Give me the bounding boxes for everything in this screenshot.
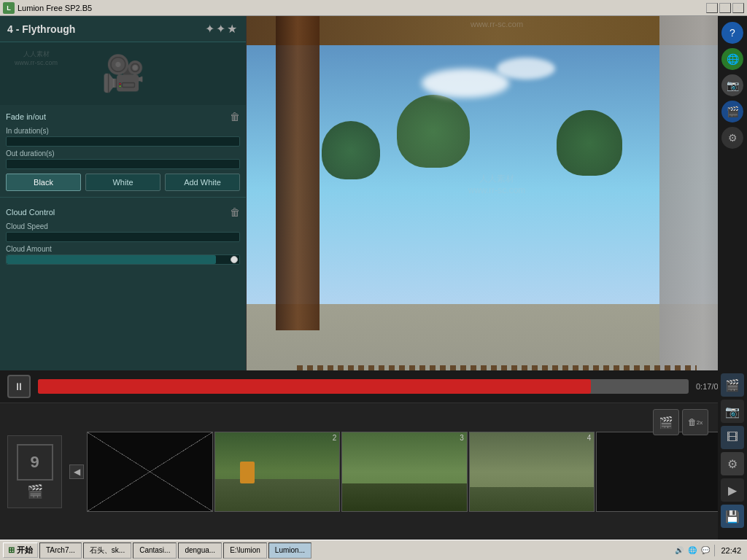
start-button[interactable]: ⊞ 开始 [3, 542, 38, 558]
cloud-amount-slider[interactable] [6, 254, 240, 265]
filmstrip-area: 9 🎬 ◀ 2 3 4 [0, 403, 747, 540]
clip-num-4: 4 [587, 434, 592, 442]
taskbar-app-1-label: 石头、sk... [90, 545, 125, 556]
in-duration-row: In duration(s) [6, 127, 240, 147]
tray-icon-2: 🌐 [686, 545, 698, 556]
fade-section: Fade in/out 🗑 In duration(s) Out duratio… [0, 105, 246, 198]
close-button[interactable]: × [732, 3, 744, 13]
play-button-icon[interactable]: ▶ [721, 478, 744, 502]
fade-delete-icon[interactable]: 🗑 [230, 111, 240, 122]
in-duration-slider[interactable] [6, 136, 240, 147]
minimize-button[interactable]: _ [706, 3, 718, 13]
add-clip-button[interactable]: 🎬 [653, 409, 679, 435]
gear-settings-icon[interactable]: ⚙ [721, 127, 743, 149]
black-button[interactable]: Black [6, 174, 81, 191]
scene-9-display: 9 [17, 444, 53, 481]
taskbar-app-3[interactable]: dengua... [178, 542, 222, 559]
clip-thumb-4[interactable]: 4 [469, 432, 595, 512]
cloud-header: Cloud Control 🗑 [6, 206, 240, 218]
taskbar-right: 🔊 🌐 💬 22:42 [673, 545, 744, 556]
cloud-amount-row: Cloud Amount [6, 245, 240, 265]
save-disk-icon[interactable]: 💾 [721, 505, 744, 528]
taskbar-app-2[interactable]: Cantasi... [133, 542, 177, 559]
clip-thumb-1[interactable] [87, 432, 213, 512]
tree-left [322, 121, 380, 179]
tree-center [397, 95, 470, 168]
app-icon: L [3, 2, 15, 14]
timeline-bar: ⏸ 0:17/0:20 [0, 370, 747, 403]
fade-buttons: Black White Add White [6, 174, 240, 191]
pause-icon: ⏸ [14, 381, 24, 392]
start-icon: ⊞ [8, 545, 15, 555]
film-strip-icon[interactable]: 🎞 [721, 426, 744, 449]
clip-num-2: 2 [333, 434, 337, 442]
fade-header: Fade in/out 🗑 [6, 111, 240, 122]
film-reel-icon: 🎥 [101, 53, 145, 94]
maximize-button[interactable]: □ [719, 3, 731, 13]
cloud-delete-icon[interactable]: 🗑 [230, 206, 240, 218]
cloud-speed-slider[interactable] [6, 232, 240, 242]
scene-board-icon[interactable]: 🎬 [721, 373, 744, 397]
panel-title: 4 - Flythrough [7, 23, 75, 35]
cloud-speed-row: Cloud Speed [6, 222, 240, 242]
in-duration-label: In duration(s) [6, 127, 240, 135]
taskbar-app-0-label: TArch7... [46, 546, 75, 554]
prev-button[interactable]: ◀ [69, 464, 84, 479]
taskbar-app-0[interactable]: TArch7... [39, 542, 82, 559]
title-bar-text: Lumion Free SP2.B5 [18, 4, 706, 12]
clip-actions: 🎬 🗑2x [647, 403, 714, 441]
film-icon-area: 🎥 人人素材www.rr-sc.com [0, 42, 246, 105]
white-button[interactable]: White [85, 174, 160, 191]
panel-stars: ✦✦★ [205, 22, 239, 36]
title-bar: L Lumion Free SP2.B5 _ □ × [0, 0, 747, 16]
camera-icon[interactable]: 📷 [721, 400, 744, 423]
scene-9-number: 9 [30, 453, 39, 472]
system-clock: 22:42 [718, 546, 744, 555]
clip-thumb-3[interactable]: 3 [341, 432, 468, 512]
taskbar: ⊞ 开始 TArch7... 石头、sk... Cantasi... dengu… [0, 540, 747, 560]
taskbar-app-4[interactable]: E:\lumion [223, 542, 267, 559]
out-duration-row: Out duration(s) [6, 149, 240, 169]
camera-photo-icon[interactable]: 📷 [721, 74, 743, 96]
clips-container: 2 3 4 [87, 432, 722, 512]
play-pause-button[interactable]: ⏸ [7, 375, 31, 398]
scene-stand-icon: 🎬 [27, 483, 43, 499]
scene-9-thumbnail: 9 🎬 [7, 435, 62, 508]
taskbar-app-1[interactable]: 石头、sk... [83, 542, 131, 559]
bottom-area: ⏸ 0:17/0:20 9 🎬 ◀ 2 [0, 370, 747, 540]
delete-clip-button[interactable]: 🗑2x [682, 409, 708, 435]
tray-divider [714, 545, 715, 556]
help-icon[interactable]: ? [721, 22, 743, 44]
video-film-icon[interactable]: 🎬 [721, 101, 743, 122]
taskbar-app-3-label: dengua... [185, 546, 215, 554]
pergola-post-left [276, 16, 320, 330]
clip-thumb-5[interactable] [596, 432, 722, 512]
tree-right [557, 110, 622, 176]
cloud-section: Cloud Control 🗑 Cloud Speed Cloud Amount [0, 201, 246, 273]
taskbar-app-5-label: Lumion... [275, 546, 305, 554]
cloud-1 [422, 69, 509, 98]
clip-num-3: 3 [460, 434, 464, 442]
cloud-speed-label: Cloud Speed [6, 222, 240, 230]
settings-gear-icon[interactable]: ⚙ [721, 452, 744, 475]
globe-icon[interactable]: 🌐 [721, 48, 743, 70]
taskbar-app-2-label: Cantasi... [139, 546, 170, 554]
add-white-button[interactable]: Add White [165, 174, 240, 191]
bottom-right-sidebar: 🎬 📷 🎞 ⚙ ▶ 💾 [718, 370, 747, 540]
watermark-left-top: 人人素材www.rr-sc.com [15, 50, 58, 66]
title-bar-controls[interactable]: _ □ × [706, 3, 744, 13]
taskbar-app-5[interactable]: Lumion... [268, 542, 311, 559]
cloud-title: Cloud Control [6, 208, 55, 217]
cloud-amount-label: Cloud Amount [6, 245, 240, 253]
clip-x-1 [88, 432, 212, 511]
tray-icon-1: 🔊 [673, 545, 685, 556]
timeline-track[interactable] [38, 379, 689, 394]
panel-header: 4 - Flythrough ✦✦★ [0, 16, 246, 42]
out-duration-label: Out duration(s) [6, 149, 240, 158]
out-duration-slider[interactable] [6, 159, 240, 169]
tray-icon-3: 💬 [700, 545, 711, 556]
timeline-progress [38, 379, 591, 394]
fade-title: Fade in/out [6, 112, 46, 121]
taskbar-app-4-label: E:\lumion [230, 546, 260, 554]
clip-thumb-2[interactable]: 2 [214, 432, 341, 512]
